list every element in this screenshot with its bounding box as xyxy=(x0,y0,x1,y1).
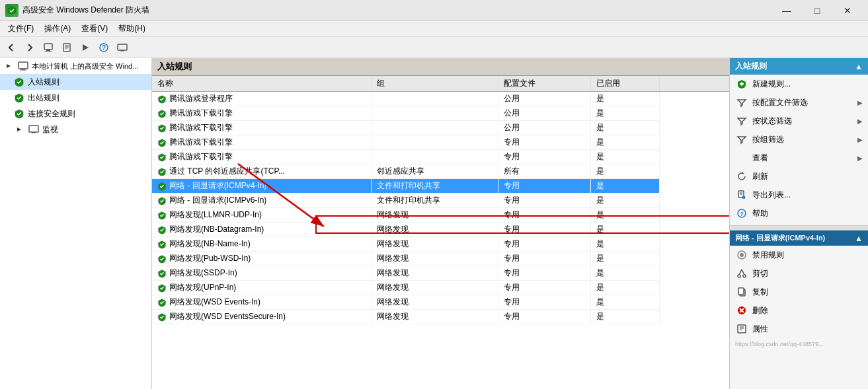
cell-name: 网络发现(WSD EventsSecure-In) xyxy=(152,310,372,324)
menu-action[interactable]: 操作(A) xyxy=(39,22,76,36)
table-row[interactable]: 网络发现(WSD Events-In)网络发现专用是 xyxy=(152,295,729,310)
table-row[interactable]: 网络 - 回显请求(ICMPv6-In)文件和打印机共享专用是 xyxy=(152,194,729,208)
cell-enabled: 是 xyxy=(590,266,660,281)
toolbar-icon3[interactable] xyxy=(77,39,94,56)
toolbar-icon1[interactable] xyxy=(40,39,57,56)
table-row[interactable]: 网络发现(Pub-WSD-In)网络发现专用是 xyxy=(152,252,729,266)
col-name[interactable]: 名称 xyxy=(152,76,372,92)
refresh-item[interactable]: 刷新 xyxy=(730,167,868,186)
table-row[interactable]: 腾讯游戏下载引擎专用是 xyxy=(152,150,729,164)
col-enabled[interactable]: 已启用 xyxy=(590,76,660,92)
disable-rule-item[interactable]: 禁用规则 xyxy=(730,246,868,264)
toolbar-icon2[interactable] xyxy=(58,39,75,56)
cell-name-text: 网络 - 回显请求(ICMPv4-In) xyxy=(169,181,266,190)
cell-name: 网络发现(LLMNR-UDP-In) xyxy=(152,208,372,223)
row-shield-icon xyxy=(157,297,169,306)
section-title-inbound[interactable]: 入站规则 ▲ xyxy=(730,58,868,75)
tree-item-outbound[interactable]: 出站规则 xyxy=(0,90,151,106)
copy-item[interactable]: 复制 xyxy=(730,283,868,301)
table-row[interactable]: 网络发现(NB-Name-In)网络发现专用是 xyxy=(152,237,729,252)
svg-rect-14 xyxy=(21,69,25,70)
row-shield-icon xyxy=(157,254,169,263)
filter-profile-arrow: ▶ xyxy=(857,99,863,106)
help-label: 帮助 xyxy=(752,208,768,219)
cell-enabled: 是 xyxy=(590,135,660,150)
table-row[interactable]: 网络发现(SSDP-In)网络发现专用是 xyxy=(152,266,729,281)
table-row[interactable]: 通过 TCP 的邻近感应共享(TCP...邻近感应共享所有是 xyxy=(152,164,729,179)
filter-profile-icon xyxy=(735,96,748,109)
help-item[interactable]: ? 帮助 xyxy=(730,204,868,223)
row-shield-icon xyxy=(157,225,169,234)
cell-name: 网络发现(NB-Name-In) xyxy=(152,237,372,252)
filter-profile-item[interactable]: 按配置文件筛选 ▶ xyxy=(730,93,868,112)
table-row[interactable]: 网络 - 回显请求(ICMPv4-In)文件和打印机共享专用是 xyxy=(152,179,729,194)
svg-point-37 xyxy=(743,275,746,277)
svg-rect-15 xyxy=(20,70,26,71)
toolbar-icon5[interactable] xyxy=(114,39,131,56)
tree-item-monitor[interactable]: 监视 xyxy=(0,122,151,137)
menu-file[interactable]: 文件(F) xyxy=(3,22,39,36)
cell-name: 腾讯游戏下载引擎 xyxy=(152,150,372,164)
close-button[interactable]: ✕ xyxy=(832,0,863,21)
cell-name: 网络发现(WSD Events-In) xyxy=(152,295,372,310)
copy-label: 复制 xyxy=(752,287,768,298)
table-row[interactable]: 腾讯游戏登录程序公用是 xyxy=(152,92,729,106)
row-shield-icon xyxy=(157,268,169,277)
table-row[interactable]: 网络发现(UPnP-In)网络发现专用是 xyxy=(152,281,729,295)
properties-item[interactable]: 属性 xyxy=(730,320,868,338)
cell-name: 网络发现(Pub-WSD-In) xyxy=(152,252,372,266)
toolbar-help[interactable]: ? xyxy=(95,39,112,56)
minimize-button[interactable]: — xyxy=(771,0,802,21)
cell-profile: 所有 xyxy=(498,164,590,179)
tree-item-inbound[interactable]: 入站规则 xyxy=(0,74,151,90)
filter-state-item[interactable]: 按状态筛选 ▶ xyxy=(730,112,868,130)
cell-group: 网络发现 xyxy=(372,208,498,223)
table-row[interactable]: 网络发现(LLMNR-UDP-In)网络发现专用是 xyxy=(152,208,729,223)
cell-name-text: 腾讯游戏登录程序 xyxy=(169,94,233,103)
back-button[interactable] xyxy=(3,39,20,56)
cell-name-text: 网络发现(WSD EventsSecure-In) xyxy=(169,312,286,321)
table-row[interactable]: 网络发现(WSD EventsSecure-In)网络发现专用是 xyxy=(152,310,729,324)
cell-name: 网络发现(NB-Datagram-In) xyxy=(152,223,372,237)
table-row[interactable]: 腾讯游戏下载引擎专用是 xyxy=(152,135,729,150)
table-row[interactable]: 网络发现(NB-Datagram-In)网络发现专用是 xyxy=(152,223,729,237)
view-item[interactable]: 查看 ▶ xyxy=(730,149,868,167)
maximize-button[interactable]: □ xyxy=(802,0,832,21)
filter-group-item[interactable]: 按组筛选 ▶ xyxy=(730,130,868,149)
cell-name-text: 网络发现(SSDP-In) xyxy=(169,268,237,277)
svg-rect-2 xyxy=(45,51,52,52)
cell-profile: 专用 xyxy=(498,237,590,252)
svg-rect-3 xyxy=(63,44,70,52)
cell-profile: 专用 xyxy=(498,223,590,237)
cell-group: 网络发现 xyxy=(372,237,498,252)
app-icon xyxy=(5,4,19,17)
cell-enabled: 是 xyxy=(590,121,660,135)
cell-name-text: 网络发现(Pub-WSD-In) xyxy=(169,254,251,263)
col-group[interactable]: 组 xyxy=(372,76,498,92)
row-shield-icon xyxy=(157,195,169,205)
col-profile[interactable]: 配置文件 xyxy=(498,76,590,92)
new-rule-item[interactable]: 新建规则... xyxy=(730,75,868,93)
tree-item-connection[interactable]: 连接安全规则 xyxy=(0,106,151,122)
row-shield-icon xyxy=(157,181,169,190)
cell-group xyxy=(372,121,498,135)
table-row[interactable]: 腾讯游戏下载引擎公用是 xyxy=(152,106,729,121)
menu-view[interactable]: 查看(V) xyxy=(76,22,113,36)
inbound-shield-icon xyxy=(13,76,25,88)
export-item[interactable]: ↓ 导出列表... xyxy=(730,186,868,204)
cell-enabled: 是 xyxy=(590,252,660,266)
cut-item[interactable]: 剪切 xyxy=(730,264,868,283)
forward-button[interactable] xyxy=(21,39,38,56)
table-row[interactable]: 腾讯游戏下载引擎公用是 xyxy=(152,121,729,135)
delete-item[interactable]: 删除 xyxy=(730,301,868,320)
new-rule-label: 新建规则... xyxy=(752,79,791,90)
panel-title: 入站规则 xyxy=(152,58,729,76)
tree-item-root[interactable]: 本地计算机 上的高级安全 Wind... xyxy=(0,58,151,74)
cell-profile: 专用 xyxy=(498,281,590,295)
cell-profile: 专用 xyxy=(498,295,590,310)
section-title-selected-rule[interactable]: 网络 - 回显请求(ICMPv4-In) ▲ xyxy=(730,230,868,246)
menu-help[interactable]: 帮助(H) xyxy=(113,22,151,36)
cell-group: 网络发现 xyxy=(372,310,498,324)
row-shield-icon xyxy=(157,210,169,219)
rules-table-scroll[interactable]: 名称 组 配置文件 已启用 腾讯游戏登录程序公用是腾讯游戏下载引擎公用是腾讯游戏… xyxy=(152,76,729,389)
